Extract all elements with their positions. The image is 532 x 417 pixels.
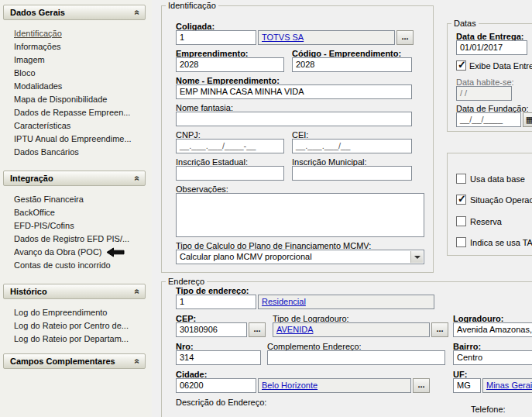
sidebar-item-efd-pis-cofins[interactable]: EFD-PIS/Cofins: [14, 219, 146, 233]
dropdown-arrow-icon[interactable]: [410, 251, 423, 263]
sidebar-item-iptu-anual[interactable]: IPTU Anual do Empreendime...: [14, 133, 146, 146]
situacao-operacional-checkbox[interactable]: [456, 195, 466, 205]
nro-input[interactable]: 314: [176, 350, 261, 365]
situacao-operacional-label: Situação Operac: [470, 195, 532, 205]
cnpj-input[interactable]: __.___.___/____-__: [176, 139, 284, 153]
nav-label: Log do Rateio por Departam...: [14, 333, 129, 346]
telefone-label: Telefone:: [471, 405, 506, 414]
cidade-lookup-link[interactable]: Belo Horizonte: [262, 381, 317, 390]
nav-label: Bloco: [14, 67, 36, 80]
tipo-logradouro-lookup-link[interactable]: AVENIDA: [276, 325, 313, 334]
exibe-data-entrega-checkbox[interactable]: [456, 60, 466, 71]
sidebar-item-registro-efd-pis[interactable]: Dados de Registro EFD PIS/...: [14, 233, 146, 246]
empreendimento-input[interactable]: 2028: [176, 57, 284, 72]
sidebar-section-campos-complementares: Campos Complementares: [3, 353, 146, 369]
section-header-dados-gerais[interactable]: Dados Gerais: [3, 5, 146, 20]
uf-input[interactable]: MG: [453, 378, 481, 393]
usa-data-base-label: Usa data base: [470, 174, 525, 184]
section-header-historico[interactable]: Histórico: [3, 284, 146, 299]
sidebar-item-mapa-disponibilidade[interactable]: Mapa de Disponibilidade: [14, 93, 146, 106]
cep-input[interactable]: 30180906: [176, 322, 247, 337]
tipo-endereco-input[interactable]: 1: [176, 295, 256, 309]
calendar-button[interactable]: [523, 112, 532, 127]
sidebar-item-modalidades[interactable]: Modalidades: [14, 80, 146, 93]
nav-label: EFD-PIS/Cofins: [14, 219, 74, 233]
reserva-label: Reserva: [470, 217, 502, 226]
data-fundacao-input[interactable]: __/__/____: [456, 112, 521, 127]
collapse-chevron-icon[interactable]: [134, 176, 142, 181]
complemento-endereco-input[interactable]: [267, 350, 445, 365]
cidade-browse-button[interactable]: ...: [413, 378, 430, 393]
tipo-logradouro-browse-button[interactable]: ...: [431, 322, 448, 337]
observacoes-textarea[interactable]: [176, 193, 424, 237]
inscricao-estadual-input[interactable]: [176, 166, 284, 181]
codigo-empreendimento-input[interactable]: 2028: [292, 57, 412, 72]
nav-label: Dados de Repasse Empreen...: [14, 106, 130, 119]
sidebar-item-log-empreendimento[interactable]: Log do Empreendimento: [14, 306, 146, 319]
collapse-chevron-icon[interactable]: [134, 10, 142, 16]
uf-lookup-field[interactable]: Minas Gerais: [482, 378, 532, 393]
inscricao-municipal-input[interactable]: [292, 166, 412, 181]
sidebar-item-dados-repasse[interactable]: Dados de Repasse Empreen...: [14, 106, 146, 119]
section-title: Campos Complementares: [10, 357, 115, 366]
cep-browse-button[interactable]: ...: [249, 322, 266, 337]
section-title: Histórico: [10, 287, 47, 296]
sidebar-panel: Dados Gerais Identificação Informações I…: [0, 0, 152, 417]
sidebar-item-informacoes[interactable]: Informações: [14, 40, 146, 53]
section-header-campos-complementares[interactable]: Campos Complementares: [3, 353, 146, 369]
annotation-arrow-icon: [106, 247, 125, 257]
sidebar-item-contas-custo-incorrido[interactable]: Contas de custo incorrido: [14, 259, 146, 272]
collapse-chevron-icon[interactable]: [134, 289, 142, 295]
sidebar-item-caracteristicas[interactable]: Características: [14, 119, 146, 133]
nav-label: Características: [14, 119, 70, 133]
nav-label: IPTU Anual do Empreendime...: [14, 133, 132, 146]
tipo-endereco-lookup-field[interactable]: Residencial: [258, 295, 434, 309]
tipo-logradouro-lookup-field[interactable]: AVENIDA: [273, 322, 430, 337]
sidebar-item-backoffice[interactable]: BackOffice: [14, 206, 146, 219]
usa-data-base-checkbox[interactable]: [456, 174, 466, 184]
uf-lookup-link[interactable]: Minas Gerais: [486, 381, 532, 390]
sidebar-item-identificacao[interactable]: Identificação: [14, 27, 146, 40]
bairro-input[interactable]: Centro: [453, 350, 532, 365]
reserva-checkbox[interactable]: [456, 216, 466, 226]
tipo-endereco-lookup-link[interactable]: Residencial: [262, 297, 306, 306]
sidebar-item-log-rateio-departamento[interactable]: Log do Rateio por Departam...: [14, 333, 146, 346]
app-window: Dados Gerais Identificação Informações I…: [0, 0, 532, 417]
coligada-input[interactable]: 1: [176, 30, 256, 45]
content-area: Identificação Coligada: 1 TOTVS SA ... E…: [155, 0, 532, 417]
sidebar-item-log-rateio-centro[interactable]: Log do Rateio por Centro de...: [14, 319, 146, 333]
sidebar-item-imagem[interactable]: Imagem: [14, 53, 146, 67]
groupbox-title-datas: Datas: [451, 19, 479, 28]
sidebar-item-gestao-financeira[interactable]: Gestão Financeira: [14, 193, 146, 206]
sidebar-item-avanco-obra-poc[interactable]: Avanço da Obra (POC): [14, 246, 146, 259]
coligada-lookup-field[interactable]: TOTVS SA: [258, 30, 395, 45]
collapse-chevron-icon[interactable]: [134, 359, 142, 364]
descricao-endereco-label: Descrição do Endereço:: [176, 398, 266, 407]
nav-label: Contas de custo incorrido: [14, 259, 111, 272]
cei-input[interactable]: __.___.___/__: [292, 139, 412, 153]
cidade-input[interactable]: 06200: [176, 378, 256, 393]
data-entrega-input[interactable]: 01/01/2017: [456, 40, 527, 55]
indica-usa-ta-checkbox[interactable]: [456, 237, 466, 247]
cidade-lookup-field[interactable]: Belo Horizonte: [258, 378, 411, 393]
coligada-browse-button[interactable]: ...: [396, 30, 414, 45]
groupbox-title-endereco: Endereço: [166, 277, 207, 286]
section-header-integracao[interactable]: Integração: [3, 171, 146, 186]
sidebar-item-dados-bancarios[interactable]: Dados Bancários: [14, 146, 146, 159]
coligada-lookup-link[interactable]: TOTVS SA: [262, 33, 304, 42]
nav-label: Avanço da Obra (POC): [14, 246, 102, 259]
indica-usa-ta-label: Indica se usa TA: [470, 238, 532, 247]
mcmv-dropdown[interactable]: Calcular plano MCMV proporcional: [176, 250, 424, 264]
nav-label: Log do Empreendimento: [14, 306, 107, 319]
data-habite-se-input: / /: [456, 86, 512, 101]
groupbox-title-identificacao: Identificação: [166, 1, 218, 10]
section-title: Dados Gerais: [10, 8, 65, 17]
nome-fantasia-input[interactable]: [176, 112, 412, 126]
logradouro-input[interactable]: Avenida Amazonas, 3: [453, 322, 532, 337]
nav-label: Imagem: [14, 53, 45, 67]
section-title: Integração: [10, 174, 53, 183]
nav-list: Identificação Informações Imagem Bloco M…: [3, 20, 146, 159]
sidebar-item-bloco[interactable]: Bloco: [14, 67, 146, 80]
nav-label: Identificação: [14, 27, 62, 40]
nome-empreendimento-input[interactable]: EMP MINHA CASA MINHA VIDA: [176, 84, 412, 99]
